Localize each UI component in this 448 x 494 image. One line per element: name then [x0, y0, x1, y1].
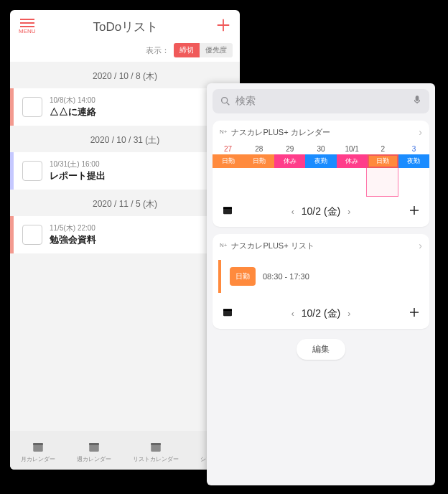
- shift-cell-selected[interactable]: 日勤: [368, 154, 398, 168]
- shift-badge: 日勤: [230, 267, 256, 286]
- today-button[interactable]: [221, 307, 234, 321]
- mic-button[interactable]: [412, 93, 422, 109]
- week-header: 27 28 29 30 10/1 2 3: [213, 144, 429, 154]
- svg-rect-7: [151, 443, 161, 445]
- svg-rect-12: [416, 96, 419, 101]
- todo-meta: 10/8(木) 14:00: [50, 95, 96, 106]
- svg-line-11: [227, 103, 229, 105]
- prev-day-button[interactable]: ‹: [291, 207, 294, 217]
- card-header[interactable]: N+ ナスカレPLUS+ カレンダー ›: [213, 121, 429, 144]
- todo-text: 10/8(木) 14:00 △△に連絡: [50, 95, 96, 118]
- list-item[interactable]: 日勤 08:30 - 17:30: [218, 260, 424, 293]
- shift-row: 日勤 日勤 休み 夜勤 休み 日勤 夜勤: [213, 154, 429, 168]
- today-button[interactable]: [221, 205, 234, 219]
- edit-button[interactable]: 編集: [297, 339, 345, 360]
- calendar-icon: [149, 441, 163, 454]
- plus-icon: [408, 204, 421, 217]
- shift-cell[interactable]: 日勤: [213, 154, 243, 168]
- brand-icon: N+: [220, 243, 227, 248]
- search-placeholder: 検索: [235, 95, 408, 108]
- widget-screen: 検索 N+ ナスカレPLUS+ カレンダー › 27 28 29 30 10/1…: [207, 83, 435, 485]
- date-header: 2020 / 11 / 5 (木): [10, 190, 240, 216]
- page-title: ToDoリスト: [93, 19, 158, 35]
- svg-rect-19: [223, 309, 232, 311]
- plus-icon: [215, 17, 231, 33]
- date-header: 2020 / 10 / 8 (木): [10, 62, 240, 88]
- checkbox[interactable]: [22, 161, 42, 181]
- todo-title: 勉強会資料: [50, 233, 96, 246]
- menu-button[interactable]: MENU: [19, 19, 36, 34]
- segment-priority[interactable]: 優先度: [200, 43, 233, 57]
- selected-day-box: [213, 168, 429, 197]
- shift-time: 08:30 - 17:30: [263, 272, 309, 281]
- card-title: ナスカレPLUS+ カレンダー: [231, 127, 330, 138]
- calendar-icon: [221, 307, 234, 318]
- list-widget-card: N+ ナスカレPLUS+ リスト › 日勤 08:30 - 17:30 ‹ 10…: [213, 234, 429, 329]
- svg-rect-15: [223, 207, 232, 209]
- chevron-right-icon: ›: [419, 126, 422, 138]
- todo-item[interactable]: 10/31(土) 16:00 レポート提出: [10, 152, 240, 190]
- todo-item[interactable]: 11/5(木) 22:00 勉強会資料: [10, 216, 240, 253]
- add-button[interactable]: [215, 17, 231, 36]
- checkbox[interactable]: [22, 97, 42, 117]
- search-icon: [220, 95, 231, 107]
- date-header: 2020 / 10 / 31 (土): [10, 126, 240, 152]
- todo-title: レポート提出: [50, 169, 106, 182]
- tab-list-calendar[interactable]: リストカレンダー: [133, 441, 179, 463]
- todo-text: 10/31(土) 16:00 レポート提出: [50, 159, 106, 182]
- brand-icon: N+: [220, 129, 227, 135]
- checkbox[interactable]: [22, 225, 42, 245]
- segment-control[interactable]: 締切 優先度: [174, 43, 233, 57]
- display-mode-row: 表示： 締切 優先度: [10, 43, 240, 62]
- calendar-icon: [31, 441, 45, 454]
- plus-icon: [408, 306, 421, 319]
- todo-list: 2020 / 10 / 8 (木) 10/8(木) 14:00 △△に連絡 20…: [10, 62, 240, 431]
- tab-bar: 月カレンダー 週カレンダー リストカレンダー シフト共有: [10, 431, 240, 470]
- add-item-button[interactable]: [408, 306, 421, 322]
- prev-day-button[interactable]: ‹: [291, 309, 294, 319]
- todo-meta: 11/5(木) 22:00: [50, 223, 96, 233]
- tab-week-calendar[interactable]: 週カレンダー: [77, 441, 111, 463]
- hamburger-icon: [20, 19, 34, 27]
- selected-highlight: [366, 168, 398, 197]
- chevron-right-icon: ›: [419, 240, 422, 251]
- next-day-button[interactable]: ›: [347, 207, 350, 217]
- shift-cell[interactable]: 夜勤: [305, 154, 336, 168]
- add-event-button[interactable]: [408, 204, 421, 220]
- calendar-widget-card: N+ ナスカレPLUS+ カレンダー › 27 28 29 30 10/1 2 …: [213, 121, 429, 227]
- date-nav: ‹ 10/2 (金) ›: [213, 197, 429, 227]
- header: MENU ToDoリスト: [10, 10, 240, 43]
- tab-month-calendar[interactable]: 月カレンダー: [21, 441, 55, 463]
- display-label: 表示：: [146, 45, 169, 56]
- todo-title: △△に連絡: [50, 106, 96, 118]
- date-nav: ‹ 10/2 (金) ›: [213, 299, 429, 329]
- card-title: ナスカレPLUS+ リスト: [231, 241, 314, 251]
- svg-rect-5: [89, 443, 99, 445]
- shift-cell[interactable]: 日勤: [243, 154, 274, 168]
- next-day-button[interactable]: ›: [347, 309, 350, 319]
- menu-label: MENU: [19, 28, 36, 34]
- mic-icon: [412, 93, 422, 106]
- search-bar[interactable]: 検索: [213, 89, 429, 113]
- calendar-icon: [87, 441, 101, 454]
- svg-point-10: [222, 98, 228, 103]
- nav-date: 10/2 (金): [302, 205, 340, 218]
- nav-date: 10/2 (金): [302, 307, 340, 320]
- todo-text: 11/5(木) 22:00 勉強会資料: [50, 223, 96, 246]
- todo-meta: 10/31(土) 16:00: [50, 159, 106, 169]
- todo-app-screen: MENU ToDoリスト 表示： 締切 優先度 2020 / 10 / 8 (木…: [10, 10, 240, 470]
- card-header[interactable]: N+ ナスカレPLUS+ リスト ›: [213, 234, 429, 257]
- shift-cell[interactable]: 夜勤: [398, 154, 429, 168]
- svg-rect-3: [33, 443, 43, 445]
- segment-deadline[interactable]: 締切: [174, 43, 200, 57]
- calendar-icon: [221, 205, 234, 216]
- todo-item[interactable]: 10/8(木) 14:00 △△に連絡: [10, 88, 240, 126]
- shift-cell[interactable]: 休み: [337, 154, 368, 168]
- shift-cell[interactable]: 休み: [274, 154, 305, 168]
